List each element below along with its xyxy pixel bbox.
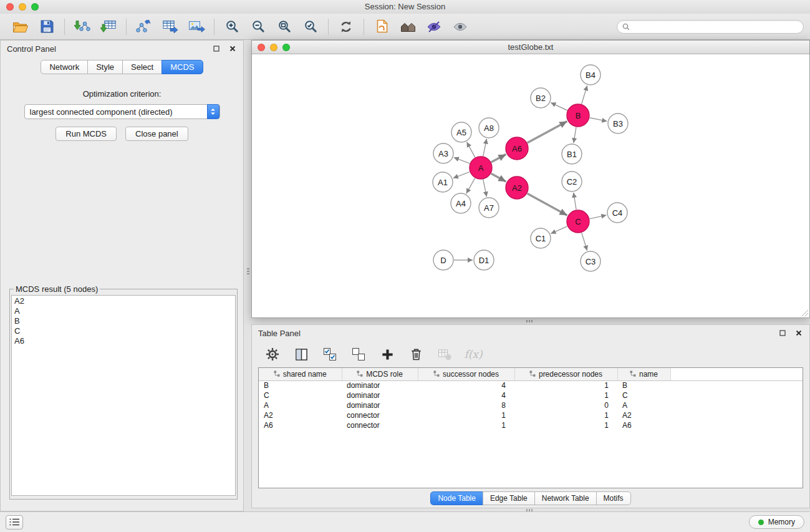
- network-node-B4[interactable]: B4: [581, 65, 600, 85]
- tab-network-table[interactable]: Network Table: [534, 491, 597, 505]
- resize-gripper-icon[interactable]: [801, 309, 809, 317]
- network-node-B2[interactable]: B2: [531, 88, 551, 108]
- table-cell[interactable]: 1: [514, 380, 617, 390]
- table-cell[interactable]: 8: [418, 400, 514, 410]
- network-edge-A-A5[interactable]: [467, 142, 475, 158]
- export-image-button[interactable]: [183, 16, 210, 37]
- table-cell[interactable]: 0: [514, 400, 617, 410]
- tab-mcds[interactable]: MCDS: [162, 60, 203, 74]
- network-node-C[interactable]: C: [567, 210, 589, 233]
- network-node-A1[interactable]: A1: [433, 172, 453, 192]
- table-row[interactable]: A6connector11A6: [259, 420, 803, 430]
- network-node-B[interactable]: B: [567, 104, 589, 127]
- show-all-button[interactable]: [447, 16, 473, 37]
- open-session-button[interactable]: [7, 16, 34, 37]
- table-cell[interactable]: 1: [514, 410, 617, 420]
- optimization-criterion-select[interactable]: largest connected component (directed): [24, 104, 220, 119]
- search-box[interactable]: [617, 20, 804, 34]
- close-table-panel-button[interactable]: [794, 329, 803, 337]
- network-minimize-button[interactable]: [270, 44, 277, 51]
- network-edge-A-A2[interactable]: [491, 173, 506, 181]
- splitter-grip[interactable]: [247, 268, 249, 274]
- refresh-button[interactable]: [333, 16, 359, 37]
- network-node-A5[interactable]: A5: [451, 122, 471, 142]
- search-input[interactable]: [633, 22, 798, 31]
- network-edge-A-A7[interactable]: [483, 180, 487, 197]
- table-cell[interactable]: connector: [342, 420, 418, 430]
- table-cell[interactable]: 1: [418, 420, 514, 430]
- mcds-result-item[interactable]: B: [14, 316, 233, 326]
- column-header-successor-nodes[interactable]: successor nodes: [418, 368, 514, 380]
- table-cell[interactable]: A6: [617, 420, 670, 430]
- table-cell[interactable]: A6: [259, 420, 342, 430]
- network-node-C4[interactable]: C4: [607, 203, 627, 223]
- table-cell[interactable]: dominator: [342, 400, 418, 410]
- splitter-grip[interactable]: [526, 320, 533, 322]
- delete-table-button[interactable]: [435, 345, 454, 364]
- table-cell[interactable]: B: [259, 380, 342, 390]
- network-edge-B-B2[interactable]: [551, 103, 567, 110]
- delete-button[interactable]: [407, 345, 425, 364]
- table-cell[interactable]: dominator: [342, 380, 418, 390]
- network-node-A3[interactable]: A3: [433, 143, 453, 163]
- network-edge-B-B4[interactable]: [582, 85, 587, 104]
- network-zoom-button[interactable]: [282, 44, 290, 51]
- table-cell[interactable]: 4: [418, 390, 514, 400]
- network-node-C3[interactable]: C3: [581, 251, 600, 271]
- table-row[interactable]: A2connector11A2: [259, 410, 803, 420]
- network-node-A[interactable]: A: [470, 157, 492, 179]
- network-edge-A-A8[interactable]: [483, 139, 487, 157]
- import-table-button[interactable]: [95, 16, 122, 37]
- close-panel-button[interactable]: [228, 44, 237, 53]
- tab-network[interactable]: Network: [41, 60, 88, 74]
- add-button[interactable]: [378, 345, 397, 364]
- network-node-A2[interactable]: A2: [506, 177, 528, 199]
- network-node-B3[interactable]: B3: [608, 114, 628, 133]
- import-network-button[interactable]: [69, 16, 95, 37]
- table-cell[interactable]: B: [617, 380, 670, 390]
- table-cell[interactable]: connector: [342, 410, 418, 420]
- zoom-in-button[interactable]: [219, 16, 245, 37]
- tab-select[interactable]: Select: [122, 60, 162, 74]
- network-edge-C-C1[interactable]: [551, 226, 567, 234]
- tab-motifs[interactable]: Motifs: [596, 491, 631, 505]
- network-node-D1[interactable]: D1: [474, 250, 494, 270]
- network-edge-C-C2[interactable]: [574, 193, 576, 210]
- network-edge-C-C4[interactable]: [590, 215, 607, 219]
- table-row[interactable]: Adominator80A: [259, 400, 803, 410]
- network-node-A8[interactable]: A8: [479, 118, 499, 138]
- mcds-result-list[interactable]: A2ABCA6: [11, 295, 236, 496]
- network-node-B1[interactable]: B1: [562, 144, 582, 164]
- column-header-name[interactable]: name: [617, 368, 670, 380]
- table-cell[interactable]: 1: [418, 410, 514, 420]
- network-canvas[interactable]: AA6A2BCA5A8A3A1A4A7B2B4B3B1C2C4C1C3DD1: [252, 54, 809, 317]
- network-close-button[interactable]: [258, 44, 265, 51]
- network-edge-B-B3[interactable]: [590, 118, 607, 122]
- home-button[interactable]: [395, 16, 421, 37]
- network-edge-A6-B[interactable]: [528, 122, 567, 143]
- close-panel-action-button[interactable]: Close panel: [125, 127, 188, 141]
- export-table-button[interactable]: [157, 16, 183, 37]
- table-cell[interactable]: C: [617, 390, 670, 400]
- minimize-window-button[interactable]: [19, 3, 26, 11]
- zoom-selected-button[interactable]: [297, 16, 324, 37]
- network-edge-B-B1[interactable]: [574, 127, 576, 143]
- table-cell[interactable]: C: [259, 390, 342, 400]
- network-edge-A-A4[interactable]: [466, 178, 475, 194]
- hide-selected-button[interactable]: [421, 16, 447, 37]
- network-node-D[interactable]: D: [433, 250, 453, 270]
- table-cell[interactable]: 1: [514, 390, 617, 400]
- deselect-all-button[interactable]: [349, 345, 368, 364]
- mcds-result-item[interactable]: A: [14, 306, 233, 316]
- network-edge-A-A6[interactable]: [491, 154, 506, 162]
- zoom-window-button[interactable]: [31, 3, 39, 11]
- network-node-A6[interactable]: A6: [506, 137, 528, 160]
- show-columns-button[interactable]: [292, 345, 311, 364]
- table-cell[interactable]: A2: [259, 410, 342, 420]
- network-edge-C-C3[interactable]: [582, 233, 587, 251]
- float-table-panel-button[interactable]: [778, 329, 787, 337]
- run-mcds-button[interactable]: Run MCDS: [55, 127, 117, 141]
- column-header-shared-name[interactable]: shared name: [259, 368, 342, 380]
- network-edge-A-A3[interactable]: [454, 157, 470, 163]
- tab-node-table[interactable]: Node Table: [430, 491, 483, 505]
